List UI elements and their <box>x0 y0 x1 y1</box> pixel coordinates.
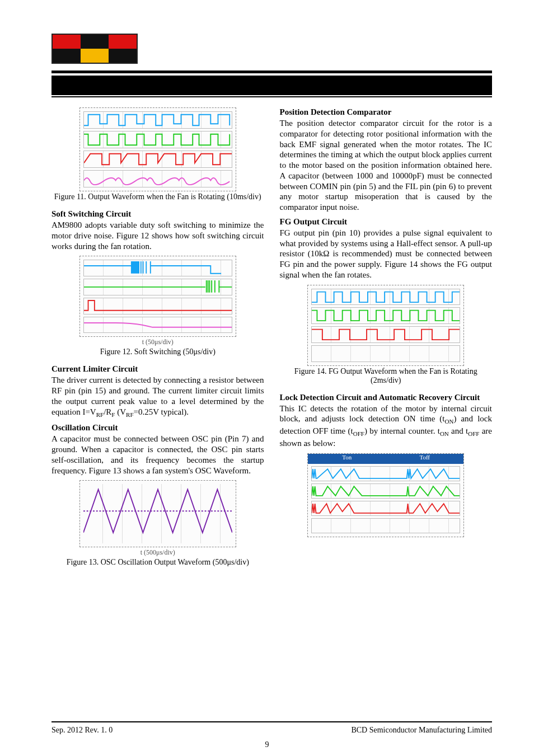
para-fg-output: FG output pin (pin 10) provides a pulse … <box>280 228 493 280</box>
para-soft-switching: AM9800 adopts variable duty soft switchi… <box>51 220 264 251</box>
para-current-limiter: The driver current is detected by connec… <box>51 375 264 419</box>
divider <box>51 96 492 97</box>
heading-position-detection: Position Detection Comparator <box>280 107 493 117</box>
header-band <box>51 76 492 95</box>
footer-left: Sep. 2012 Rev. 1. 0 <box>51 726 113 735</box>
para-oscillation: A capacitor must be connected between OS… <box>51 434 264 476</box>
heading-current-limiter: Current Limiter Circuit <box>51 364 264 374</box>
footer-right: BCD Semiconductor Manufacturing Limited <box>351 726 492 735</box>
figure-13-xaxis: t (500μs/div) <box>51 547 264 557</box>
figure-12 <box>79 256 236 337</box>
heading-oscillation: Oscillation Circuit <box>51 423 264 433</box>
para-lock-detection: This IC detects the rotation of the moto… <box>280 403 493 449</box>
heading-fg-output: FG Output Circuit <box>280 217 493 227</box>
para-position-detection: The position detector comparator circuit… <box>280 118 493 213</box>
divider <box>51 721 492 722</box>
brand-logo <box>51 34 138 64</box>
heading-lock-detection: Lock Detection Circuit and Automatic Rec… <box>280 393 493 402</box>
figure-11 <box>79 107 236 191</box>
figure-15: Ton Toff <box>307 453 464 537</box>
figure-12-caption: Figure 12. Soft Switching (50μs/div) <box>51 348 264 356</box>
figure-11-caption: Figure 11. Output Waveform when the Fan … <box>51 192 264 201</box>
divider <box>51 71 492 73</box>
figure-13 <box>79 480 236 547</box>
heading-soft-switching: Soft Switching Circuit <box>51 209 264 219</box>
figure-14-caption: Figure 14. FG Output Waveform when the F… <box>280 367 493 385</box>
figure-15-label-ton: Ton <box>308 454 386 464</box>
figure-14 <box>307 285 464 366</box>
page-number: 9 <box>0 740 534 749</box>
figure-12-xaxis: t (50μs/div) <box>51 337 264 346</box>
figure-13-caption: Figure 13. OSC Oscillation Output Wavefo… <box>51 558 264 567</box>
figure-15-label-toff: Toff <box>386 454 463 464</box>
